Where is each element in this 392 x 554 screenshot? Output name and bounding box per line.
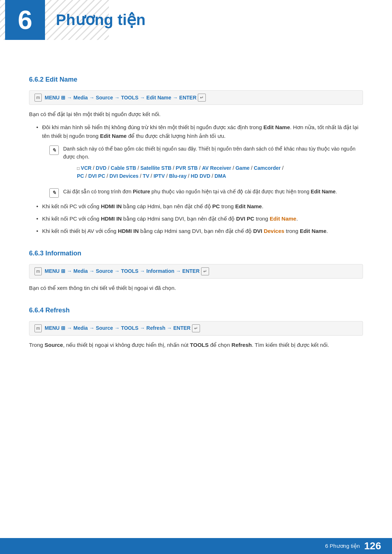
section-662-bullets: Đôi khi màn hình sẽ hiển thị không đúng … — [36, 123, 363, 235]
section-663: 6.6.3 Information m MENU ⊞ → Media → Sou… — [29, 249, 363, 292]
section-664-intro: Trong Source, nếu thiết bị ngoại vi khôn… — [29, 341, 363, 349]
section-664-menu-path: m MENU ⊞ → Media → Source → TOOLS → Refr… — [29, 321, 363, 336]
menu-word-editname: Edit Name — [146, 94, 171, 102]
menu-word-tools: TOOLS — [121, 94, 138, 102]
menu-663-media: Media — [73, 267, 88, 275]
bullet-662-2: Khi kết nối PC với cổng HDMI IN bằng cáp… — [36, 202, 363, 211]
menu-663-info: Information — [146, 267, 174, 275]
section-663-menu-path: m MENU ⊞ → Media → Source → TOOLS → Info… — [29, 264, 363, 279]
note-content-2: Cài đặt sẵn có trong trình đơn Picture p… — [63, 188, 337, 196]
note-content-1: Danh sách này có thể bao gồm các thiết b… — [63, 145, 363, 183]
arrow1: ⊞ — [61, 94, 65, 102]
menu-663-source: Source — [96, 267, 113, 275]
menu-664-menu: MENU — [45, 324, 60, 332]
note-icon-1: ✎ — [49, 145, 59, 155]
menu-663-arr1: → — [67, 267, 72, 275]
footer-page-number: 126 — [364, 538, 381, 554]
sub-note-1: VCR / DVD / Cable STB / Satellite STB / … — [77, 164, 363, 180]
bullet-662-2-text: Khi kết nối PC với cổng HDMI IN bằng cáp… — [42, 203, 264, 209]
section-662: 6.6.2 Edit Name m MENU ⊞ → Media → Sourc… — [29, 75, 363, 235]
menu-663-menu: MENU — [45, 267, 60, 275]
sub-note-pvr: PVR STB — [176, 165, 198, 171]
sub-note-satellite: Satellite STB — [140, 165, 172, 171]
menu-664-media: Media — [73, 324, 88, 332]
sub-note-iptv: IPTV — [154, 173, 165, 179]
enter-icon-664: ↵ — [192, 324, 200, 332]
menu-icon-663: m — [34, 267, 42, 275]
menu-663-enter: ENTER — [182, 267, 199, 275]
note-1-text: Danh sách này có thể bao gồm các thiết b… — [63, 146, 355, 160]
section-664-heading: 6.6.4 Refresh — [29, 305, 363, 315]
menu-663-arr3: → — [114, 267, 119, 275]
menu-icon: m — [34, 94, 42, 102]
menu-663-arr4: → — [140, 267, 145, 275]
sub-note-dvd: DVD — [96, 165, 107, 171]
enter-icon-663: ↵ — [201, 267, 209, 275]
section-662-intro: Bạn có thể đặt lại tên một thiết bị nguồ… — [29, 110, 363, 119]
sub-note-game: Game — [236, 165, 250, 171]
arrow3: → — [89, 94, 94, 102]
sub-note-hddvd: HD DVD — [191, 173, 211, 179]
section-663-intro: Bạn có thể xem thông tin chi tiết về thi… — [29, 284, 363, 292]
sub-note-cam: Camcorder — [254, 165, 281, 171]
menu-664-arr4: → — [140, 324, 145, 332]
bullet-662-4-text: Khi kết nối thiết bị AV với cổng HDMI IN… — [42, 228, 328, 234]
bullet-662-3-text: Khi kết nối PC với cổng HDMI IN bằng cáp… — [42, 216, 298, 222]
menu-664-arr3: → — [114, 324, 119, 332]
menu-icon-664: m — [34, 324, 42, 332]
note-icon-symbol-1: ✎ — [52, 146, 56, 154]
section-664: 6.6.4 Refresh m MENU ⊞ → Media → Source … — [29, 305, 363, 349]
note-icon-symbol-2: ✎ — [52, 189, 56, 197]
section-662-heading: 6.6.2 Edit Name — [29, 75, 363, 85]
menu-664-box: ⊞ — [61, 324, 65, 332]
arrow5: → — [140, 94, 145, 102]
note-2-text: Cài đặt sẵn có trong trình đơn Picture p… — [63, 189, 337, 194]
menu-663-tools: TOOLS — [121, 267, 138, 275]
menu-664-tools: TOOLS — [121, 324, 138, 332]
page-header: 6 Phương tiện — [0, 0, 392, 40]
intro-tools-bold: TOOLS — [190, 342, 208, 348]
menu-word-menu: MENU — [45, 94, 60, 102]
menu-word-enter: ENTER — [179, 94, 196, 102]
footer-chapter-text: 6 Phương tiện — [325, 542, 360, 550]
sub-note-dma: DMA — [215, 173, 226, 179]
sub-note-pc: PC — [77, 173, 84, 179]
arrow2: → — [67, 94, 72, 102]
bullet-662-4: Khi kết nối thiết bị AV với cổng HDMI IN… — [36, 227, 363, 235]
sub-note-dvidev: DVI Devices — [109, 173, 138, 179]
sub-note-cable: Cable STB — [111, 165, 136, 171]
sub-note-bluray: Blu-ray — [169, 173, 187, 179]
menu-664-source: Source — [96, 324, 113, 332]
bullet-662-1: Đôi khi màn hình sẽ hiển thị không đúng … — [36, 123, 363, 198]
bullet-662-1-text: Đôi khi màn hình sẽ hiển thị không đúng … — [42, 124, 358, 139]
section-662-menu-path: m MENU ⊞ → Media → Source → TOOLS → Edit… — [29, 90, 363, 105]
menu-664-arr2: → — [89, 324, 94, 332]
menu-663-arr5: → — [176, 267, 181, 275]
intro-refresh-bold: Refresh — [232, 342, 252, 348]
edit-name-orange-1: Edit Name — [270, 216, 296, 222]
enter-icon: ↵ — [198, 94, 206, 102]
note-icon-2: ✎ — [49, 188, 59, 198]
devices-orange: Devices — [264, 228, 285, 234]
page-footer: 6 Phương tiện 126 — [0, 538, 392, 554]
main-content: 6.6.2 Edit Name m MENU ⊞ → Media → Sourc… — [0, 54, 392, 383]
sub-note-dvipc: DVI PC — [88, 173, 105, 179]
arrow6: → — [173, 94, 178, 102]
note-box-2: ✎ Cài đặt sẵn có trong trình đơn Picture… — [49, 188, 363, 198]
sub-note-vcr: VCR — [81, 165, 92, 171]
menu-664-arr5: → — [167, 324, 172, 332]
menu-664-arr1: → — [67, 324, 72, 332]
menu-664-enter: ENTER — [173, 324, 191, 332]
bullet-662-3: Khi kết nối PC với cổng HDMI IN bằng cáp… — [36, 214, 363, 223]
menu-664-refresh: Refresh — [146, 324, 165, 332]
sub-note-tv: TV — [143, 173, 149, 179]
sub-note-av: AV Receiver — [202, 165, 231, 171]
intro-source-bold: Source — [45, 342, 63, 348]
menu-word-media: Media — [73, 94, 88, 102]
menu-663-arr2: → — [89, 267, 94, 275]
section-663-heading: 6.6.3 Information — [29, 249, 363, 258]
menu-word-source: Source — [96, 94, 113, 102]
chapter-number: 6 — [5, 0, 45, 40]
note-box-1: ✎ Danh sách này có thể bao gồm các thiết… — [49, 145, 363, 183]
header-content: 6 Phương tiện — [0, 0, 392, 40]
